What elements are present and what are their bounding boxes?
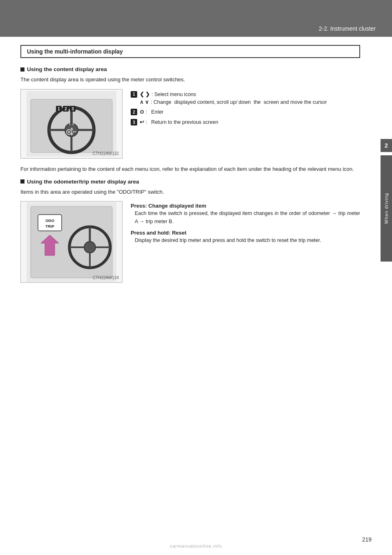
content-display-para2: For information pertaining to the conten…: [20, 165, 360, 174]
section-box: Using the multi-information display: [20, 45, 360, 58]
legend-text-3: ↩ : Return to the previous screen: [140, 119, 360, 126]
legend-text-2: ⊙ : Enter: [140, 108, 360, 116]
odo-diagram: ODO TRIP CTH22AW134: [20, 201, 122, 283]
page-number: 219: [362, 536, 372, 543]
svg-text:1: 1: [58, 107, 60, 111]
press-hold-heading: Press and hold: Reset: [131, 230, 360, 236]
svg-text:3: 3: [71, 107, 74, 111]
header-title: 2-2. Instrument cluster: [319, 25, 376, 32]
legend-num-1: 1: [131, 91, 137, 98]
side-tab-label: When driving: [381, 155, 392, 262]
odometer-section: Using the odometer/trip meter display ar…: [20, 179, 360, 283]
svg-text:2: 2: [65, 107, 67, 111]
side-tab-number: 2: [381, 139, 392, 152]
press-change-heading: Press: Change displayed item: [131, 203, 360, 209]
footer-logo: carmanualsonline.info: [170, 544, 222, 548]
press-info: Press: Change displayed item Each time t…: [131, 201, 360, 244]
odometer-heading: Using the odometer/trip meter display ar…: [20, 179, 360, 185]
svg-text:TRIP: TRIP: [45, 224, 54, 228]
bullet-square-2: [20, 179, 24, 184]
svg-text:‹: ‹: [69, 121, 71, 126]
legend-text-1: ❮ ❯ : Select menu icons ∧ ∨ : Change dis…: [140, 91, 360, 106]
content-display-legend: 1 ❮ ❯ : Select menu icons ∧ ∨ : Change d…: [131, 89, 360, 126]
legend-item-1: 1 ❮ ❯ : Select menu icons ∧ ∨ : Change d…: [131, 91, 360, 106]
odometer-diagram-row: ODO TRIP CTH22AW134 Press: Change: [20, 201, 360, 283]
legend-item-2: 2 ⊙ : Enter: [131, 108, 360, 116]
press-hold-block: Press and hold: Reset Display the desire…: [131, 230, 360, 244]
header-bar: 2-2. Instrument cluster: [0, 0, 392, 37]
svg-text:ODO: ODO: [45, 218, 54, 223]
press-change-text: Each time the switch is pressed, the dis…: [135, 210, 360, 226]
section-box-title: Using the multi-information display: [27, 48, 123, 55]
press-hold-text: Display the desired trip meter and press…: [135, 237, 360, 244]
steering-diagram-label: CTH22AW132: [93, 151, 119, 156]
press-change-block: Press: Change displayed item Each time t…: [131, 203, 360, 226]
content-display-heading: Using the content display area: [20, 66, 360, 72]
odometer-para1: Items in this area are operated using th…: [20, 188, 360, 197]
content-display-diagram-row: 1 2 3 ‹ › ∧ ∨ ↩ CTH22AW132: [20, 89, 360, 159]
legend-num-3: 3: [131, 119, 137, 125]
svg-text:↩: ↩: [73, 129, 76, 134]
svg-point-19: [68, 131, 70, 133]
content-display-para1: The content display area is operated usi…: [20, 76, 360, 84]
legend-item-3: 3 ↩ : Return to the previous screen: [131, 119, 360, 126]
steering-wheel-svg: 1 2 3 ‹ › ∧ ∨ ↩: [27, 91, 116, 157]
steering-diagram: 1 2 3 ‹ › ∧ ∨ ↩ CTH22AW132: [20, 89, 122, 159]
svg-point-28: [84, 242, 96, 253]
svg-rect-23: [38, 215, 62, 231]
odo-svg: ODO TRIP: [27, 202, 116, 282]
svg-text:›: ›: [72, 121, 74, 126]
bullet-square: [20, 67, 24, 72]
legend-num-2: 2: [131, 109, 137, 115]
content-display-section: Using the content display area The conte…: [20, 66, 360, 174]
main-content: Using the multi-information display Usin…: [0, 37, 381, 306]
odo-diagram-label: CTH22AW134: [93, 275, 119, 280]
